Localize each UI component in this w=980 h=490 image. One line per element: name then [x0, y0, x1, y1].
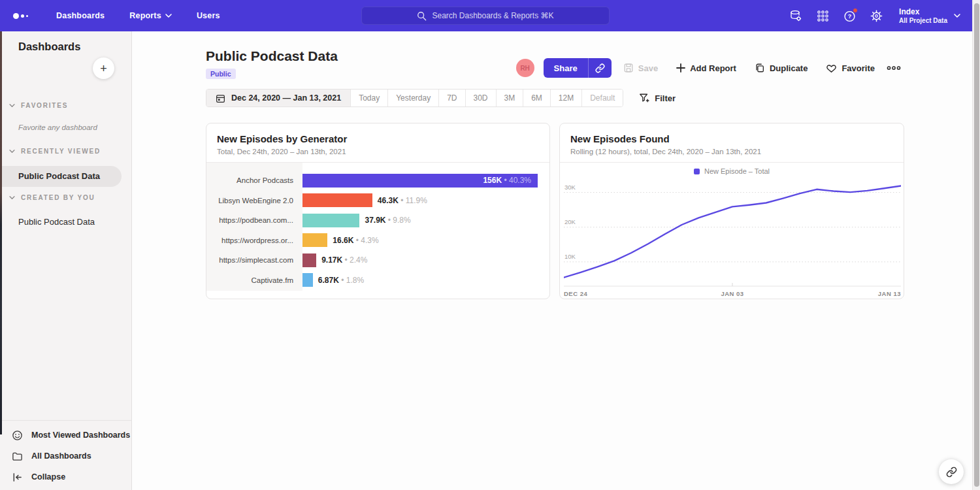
nav-label: Reports [129, 11, 161, 20]
main-content: Public Podcast Data Public RH Share Save… [132, 31, 975, 490]
search-input[interactable]: Search Dashboards & Reports ⌘K [361, 7, 610, 25]
apps-grid-icon[interactable] [816, 9, 829, 22]
bar-track: 156K40.3% 156K40.3% [302, 174, 538, 188]
save-button[interactable]: Save [623, 63, 658, 73]
date-controls: Dec 24, 2020 — Jan 13, 2021 Today Yester… [206, 89, 676, 107]
most-viewed-dashboards-item[interactable]: Most Viewed Dashboards [0, 425, 131, 446]
project-name: Index [899, 7, 947, 16]
sidebar-item-recently-viewed-0[interactable]: Public Podcast Data [0, 166, 122, 187]
link-icon [946, 466, 957, 478]
settings-gear-icon[interactable] [870, 9, 883, 22]
bar-rows: Anchor Podcasts 156K40.3% 156K40.3% Libs… [206, 171, 549, 290]
favorite-label: Favorite [841, 63, 875, 73]
page-title: Public Podcast Data [206, 48, 338, 64]
preset-12m[interactable]: 12M [550, 90, 581, 106]
bar-category-label: Captivate.fm [206, 276, 302, 284]
x-tick-label: DEC 24 [564, 290, 587, 297]
bar: 156K40.3% [302, 174, 538, 188]
footer-label: Most Viewed Dashboards [31, 431, 130, 440]
nav-users[interactable]: Users [197, 11, 220, 20]
y-tick-label: 10K [564, 253, 576, 260]
bar-category-label: https://podbean.com... [206, 216, 302, 224]
section-favorites[interactable]: FAVORITES [9, 102, 68, 109]
legend-label: New Episode – Total [704, 167, 770, 175]
link-icon [595, 63, 605, 73]
share-button[interactable]: Share [544, 58, 588, 78]
svg-text:?: ? [847, 13, 851, 20]
preset-6m[interactable]: 6M [523, 90, 550, 106]
bar-percent: 11.9% [399, 196, 427, 205]
bar-value: 156K [483, 176, 502, 185]
preset-default[interactable]: Default [581, 90, 623, 106]
card-subtitle: Total, Dec 24th, 2020 – Jan 13th, 2021 [217, 148, 539, 155]
preset-7d[interactable]: 7D [438, 90, 465, 106]
bar-value: 9.17K [321, 255, 342, 265]
bar-track: 9.17K2.4% 9.17K2.4% [302, 253, 538, 267]
owner-avatar: RH [516, 59, 534, 77]
collapse-sidebar-item[interactable]: Collapse [0, 466, 131, 487]
share-link-button[interactable] [588, 58, 612, 78]
bar-track: 6.87K1.8% 6.87K1.8% [302, 273, 538, 287]
nav-label: Dashboards [56, 11, 105, 20]
bar-category-label: https://wordpress.or... [206, 237, 302, 244]
section-created-by-you[interactable]: CREATED BY YOU [9, 194, 95, 201]
card-header: New Episodes Found Rolling (12 hours), t… [560, 123, 904, 163]
bar: 9.17K2.4% [302, 253, 316, 267]
duplicate-button[interactable]: Duplicate [755, 63, 808, 73]
help-icon[interactable]: ? [843, 9, 856, 22]
data-sources-icon[interactable] [789, 9, 802, 22]
add-report-button[interactable]: Add Report [676, 63, 736, 73]
bar-percent: 1.8% [339, 276, 364, 285]
more-options-button[interactable] [887, 65, 901, 71]
project-switcher[interactable]: Index All Project Data [899, 7, 960, 25]
bar-track: 16.6K4.3% 16.6K4.3% [302, 233, 538, 247]
bar: 46.3K11.9% [302, 193, 372, 207]
bar-value: 37.9K [365, 216, 385, 225]
bar-percent: 40.3% [502, 176, 531, 185]
y-tick-label: 30K [564, 184, 576, 191]
navbar-right-cluster: ? Index All Project Data [789, 0, 960, 31]
preset-3m[interactable]: 3M [496, 90, 523, 106]
section-recently-viewed[interactable]: RECENTLY VIEWED [9, 148, 101, 155]
bar-track: 46.3K11.9% 46.3K11.9% [302, 193, 538, 207]
favorite-button[interactable]: Favorite [826, 63, 875, 73]
bar-row: Captivate.fm 6.87K1.8% 6.87K1.8% [206, 270, 549, 291]
preset-yesterday[interactable]: Yesterday [387, 90, 438, 106]
bar-row: https://podbean.com... 37.9K9.8% 37.9K9.… [206, 210, 549, 231]
copy-link-fab[interactable] [939, 459, 964, 484]
bar-row: Libsyn WebEngine 2.0 46.3K11.9% 46.3K11.… [206, 191, 549, 211]
sidebar: Dashboards + FAVORITES Favorite any dash… [0, 31, 132, 490]
all-dashboards-item[interactable]: All Dashboards [0, 446, 131, 466]
bar-row: https://wordpress.or... 16.6K4.3% 16.6K4… [206, 231, 549, 251]
filter-funnel-icon [639, 93, 649, 103]
notification-dot [853, 8, 858, 13]
visibility-badge: Public [206, 69, 236, 79]
scrollbar-thumb[interactable] [974, 3, 979, 487]
nav-dashboards[interactable]: Dashboards [56, 11, 105, 20]
filter-button[interactable]: Filter [639, 93, 676, 103]
brand-logo-dots[interactable] [13, 13, 39, 19]
logo-dot [26, 15, 28, 17]
preset-today[interactable]: Today [350, 90, 387, 106]
sidebar-item-created-0[interactable]: Public Podcast Data [0, 212, 122, 233]
x-tick-label: JAN 13 [878, 290, 901, 297]
bar-value: 6.87K [318, 276, 339, 285]
chevron-down-icon [954, 14, 960, 18]
section-label: CREATED BY YOU [21, 194, 95, 201]
preset-30d[interactable]: 30D [465, 90, 496, 106]
date-range-group: Dec 24, 2020 — Jan 13, 2021 Today Yester… [206, 89, 623, 107]
y-tick-label: 20K [564, 218, 576, 225]
bar: 37.9K9.8% [302, 214, 359, 227]
date-range-picker[interactable]: Dec 24, 2020 — Jan 13, 2021 [206, 90, 350, 106]
line-chart: New Episode – Total 30K20K10KDEC 24JAN 0… [560, 163, 904, 299]
bar-value: 46.3K [378, 196, 399, 205]
chevron-down-icon [9, 196, 15, 200]
nav-reports[interactable]: Reports [129, 11, 172, 20]
new-dashboard-button[interactable]: + [93, 57, 114, 79]
duplicate-icon [755, 63, 765, 73]
smiley-icon [12, 430, 23, 441]
bar: 6.87K1.8% [302, 273, 313, 287]
legend-swatch [694, 169, 700, 174]
bar-category-label: https://simplecast.com [206, 256, 302, 264]
bar-row: Anchor Podcasts 156K40.3% 156K40.3% [206, 171, 549, 191]
